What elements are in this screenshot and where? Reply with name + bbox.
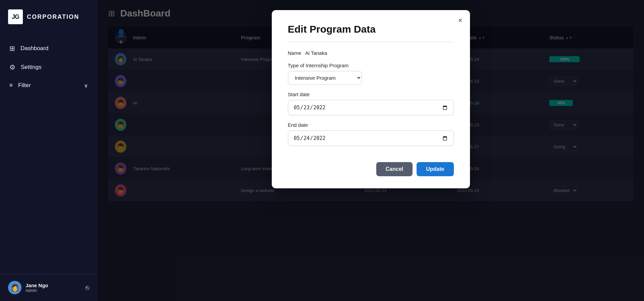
sidebar: JG CORPORATION ⊞ Dashboard ⚙ Settings ≡ …	[0, 0, 97, 301]
update-button[interactable]: Update	[417, 162, 454, 176]
brand-name: CORPORATION	[27, 13, 79, 21]
modal-overlay: × Edit Program Data Name Ai Tanaka Type …	[97, 0, 644, 301]
edit-program-modal: × Edit Program Data Name Ai Tanaka Type …	[272, 10, 470, 188]
modal-footer: Cancel Update	[288, 157, 454, 176]
settings-icon: ⚙	[9, 63, 15, 71]
filter-icon: ≡	[9, 82, 13, 89]
modal-name-label: Name Ai Tanaka	[288, 50, 454, 56]
main-content: ⊞ DashBoard 👤+ Intern Program Start date…	[97, 0, 644, 301]
modal-end-date-label: End date	[288, 122, 454, 128]
modal-name-value: Ai Tanaka	[305, 50, 327, 56]
chevron-down-icon: ∨	[84, 82, 88, 89]
modal-name-field: Name Ai Tanaka	[288, 50, 454, 56]
modal-start-date-label: Start date	[288, 91, 454, 97]
sidebar-item-dashboard[interactable]: ⊞ Dashboard	[0, 39, 97, 58]
sidebar-item-filter-label: Filter	[18, 82, 31, 89]
user-role: Admin	[26, 288, 48, 293]
sidebar-footer: 👩 Jane Ngo Admin ⎋	[0, 274, 97, 301]
user-info: 👩 Jane Ngo Admin	[8, 281, 48, 294]
start-date-input[interactable]	[288, 100, 454, 115]
end-date-input[interactable]	[288, 130, 454, 146]
logo-area: JG CORPORATION	[0, 0, 97, 32]
modal-program-type-field: Type of Internship Program Intensive Pro…	[288, 63, 454, 85]
modal-program-type-label: Type of Internship Program	[288, 63, 454, 68]
sidebar-item-filter[interactable]: ≡ Filter ∨	[0, 77, 97, 94]
cancel-button[interactable]: Cancel	[376, 162, 413, 176]
user-name: Jane Ngo	[26, 283, 48, 288]
sidebar-item-settings[interactable]: ⚙ Settings	[0, 58, 97, 77]
program-type-select[interactable]: Intensive Program Long-term Internship S…	[288, 71, 362, 85]
logo-initials: JG	[8, 9, 23, 24]
modal-title: Edit Program Data	[288, 24, 454, 42]
dashboard-icon: ⊞	[9, 44, 15, 52]
sidebar-item-settings-label: Settings	[21, 64, 41, 71]
logout-icon[interactable]: ⎋	[85, 284, 89, 292]
sidebar-item-dashboard-label: Dashboard	[20, 45, 48, 52]
sidebar-nav: ⊞ Dashboard ⚙ Settings ≡ Filter ∨	[0, 32, 97, 274]
modal-close-button[interactable]: ×	[458, 17, 463, 24]
modal-end-date-field: End date	[288, 122, 454, 146]
avatar: 👩	[8, 281, 22, 294]
modal-start-date-field: Start date	[288, 91, 454, 115]
